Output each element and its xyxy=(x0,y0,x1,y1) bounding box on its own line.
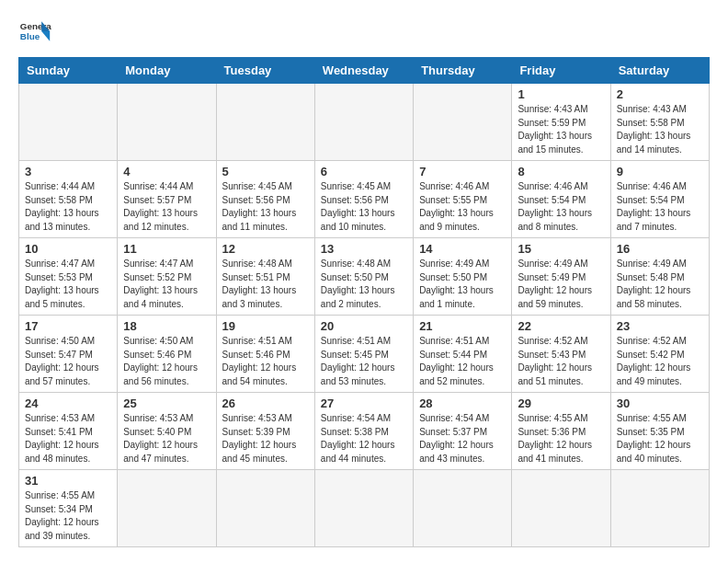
day-number: 30 xyxy=(617,396,703,410)
day-number: 5 xyxy=(222,165,309,178)
day-number: 7 xyxy=(419,165,506,178)
calendar-cell xyxy=(512,470,610,547)
calendar-cell xyxy=(216,84,314,161)
day-number: 18 xyxy=(123,319,210,333)
day-number: 22 xyxy=(518,319,604,333)
calendar-week-1: 3Sunrise: 4:44 AM Sunset: 5:58 PM Daylig… xyxy=(19,161,710,238)
svg-text:Blue: Blue xyxy=(20,31,40,41)
day-number: 11 xyxy=(123,242,210,256)
calendar-cell xyxy=(216,470,314,547)
day-number: 26 xyxy=(222,396,309,410)
day-number: 15 xyxy=(518,242,604,256)
day-number: 3 xyxy=(25,165,111,178)
day-number: 10 xyxy=(25,242,111,256)
day-number: 25 xyxy=(123,396,210,410)
day-number: 4 xyxy=(123,165,210,178)
calendar-cell: 23Sunrise: 4:52 AM Sunset: 5:42 PM Dayli… xyxy=(610,316,709,393)
day-number: 14 xyxy=(419,242,506,256)
day-number: 6 xyxy=(321,165,407,178)
calendar-cell xyxy=(610,470,709,547)
calendar-cell: 17Sunrise: 4:50 AM Sunset: 5:47 PM Dayli… xyxy=(19,316,118,393)
calendar-cell: 4Sunrise: 4:44 AM Sunset: 5:57 PM Daylig… xyxy=(118,161,216,238)
calendar-cell xyxy=(118,470,216,547)
day-number: 8 xyxy=(518,165,604,178)
day-info: Sunrise: 4:50 AM Sunset: 5:46 PM Dayligh… xyxy=(123,335,210,388)
calendar-cell: 8Sunrise: 4:46 AM Sunset: 5:54 PM Daylig… xyxy=(512,161,610,238)
weekday-header-monday: Monday xyxy=(118,58,216,84)
page: General Blue SundayMondayTuesdayWednesda… xyxy=(0,0,728,563)
weekday-header-sunday: Sunday xyxy=(19,58,118,84)
day-info: Sunrise: 4:55 AM Sunset: 5:34 PM Dayligh… xyxy=(25,489,111,543)
day-info: Sunrise: 4:51 AM Sunset: 5:46 PM Dayligh… xyxy=(222,335,309,388)
day-info: Sunrise: 4:45 AM Sunset: 5:56 PM Dayligh… xyxy=(321,180,407,234)
calendar-cell: 6Sunrise: 4:45 AM Sunset: 5:56 PM Daylig… xyxy=(314,161,413,238)
calendar-week-4: 24Sunrise: 4:53 AM Sunset: 5:41 PM Dayli… xyxy=(19,393,710,470)
day-info: Sunrise: 4:47 AM Sunset: 5:53 PM Dayligh… xyxy=(25,258,111,311)
calendar-cell: 29Sunrise: 4:55 AM Sunset: 5:36 PM Dayli… xyxy=(512,393,610,470)
calendar-week-0: 1Sunrise: 4:43 AM Sunset: 5:59 PM Daylig… xyxy=(19,84,710,161)
calendar-week-2: 10Sunrise: 4:47 AM Sunset: 5:53 PM Dayli… xyxy=(19,238,710,316)
day-number: 21 xyxy=(419,319,506,333)
day-number: 13 xyxy=(321,242,407,256)
logo-icon: General Blue xyxy=(18,15,51,48)
day-info: Sunrise: 4:49 AM Sunset: 5:50 PM Dayligh… xyxy=(419,258,506,311)
day-info: Sunrise: 4:53 AM Sunset: 5:41 PM Dayligh… xyxy=(25,412,111,465)
day-number: 19 xyxy=(222,319,309,333)
calendar-cell: 30Sunrise: 4:55 AM Sunset: 5:35 PM Dayli… xyxy=(610,393,709,470)
day-number: 24 xyxy=(25,396,111,410)
logo: General Blue xyxy=(18,15,51,48)
day-number: 20 xyxy=(321,319,407,333)
header: General Blue xyxy=(18,15,710,48)
calendar-cell: 1Sunrise: 4:43 AM Sunset: 5:59 PM Daylig… xyxy=(512,84,610,161)
day-info: Sunrise: 4:44 AM Sunset: 5:58 PM Dayligh… xyxy=(25,180,111,234)
calendar-cell xyxy=(19,84,118,161)
day-info: Sunrise: 4:54 AM Sunset: 5:38 PM Dayligh… xyxy=(321,412,407,465)
day-info: Sunrise: 4:46 AM Sunset: 5:55 PM Dayligh… xyxy=(419,180,506,234)
day-number: 12 xyxy=(222,242,309,256)
day-info: Sunrise: 4:55 AM Sunset: 5:36 PM Dayligh… xyxy=(518,412,604,465)
calendar-cell: 11Sunrise: 4:47 AM Sunset: 5:52 PM Dayli… xyxy=(118,238,216,316)
calendar-cell xyxy=(414,84,512,161)
calendar-cell: 3Sunrise: 4:44 AM Sunset: 5:58 PM Daylig… xyxy=(19,161,118,238)
calendar-table: SundayMondayTuesdayWednesdayThursdayFrid… xyxy=(18,57,710,547)
calendar-cell: 21Sunrise: 4:51 AM Sunset: 5:44 PM Dayli… xyxy=(414,316,512,393)
day-info: Sunrise: 4:45 AM Sunset: 5:56 PM Dayligh… xyxy=(222,180,309,234)
day-info: Sunrise: 4:43 AM Sunset: 5:59 PM Dayligh… xyxy=(518,103,604,156)
calendar-cell: 14Sunrise: 4:49 AM Sunset: 5:50 PM Dayli… xyxy=(414,238,512,316)
day-number: 1 xyxy=(518,87,604,101)
calendar-cell: 15Sunrise: 4:49 AM Sunset: 5:49 PM Dayli… xyxy=(512,238,610,316)
weekday-header-thursday: Thursday xyxy=(414,58,512,84)
day-info: Sunrise: 4:51 AM Sunset: 5:45 PM Dayligh… xyxy=(321,335,407,388)
calendar-week-3: 17Sunrise: 4:50 AM Sunset: 5:47 PM Dayli… xyxy=(19,316,710,393)
calendar-cell: 22Sunrise: 4:52 AM Sunset: 5:43 PM Dayli… xyxy=(512,316,610,393)
calendar-cell: 12Sunrise: 4:48 AM Sunset: 5:51 PM Dayli… xyxy=(216,238,314,316)
calendar-cell xyxy=(118,84,216,161)
calendar-cell: 13Sunrise: 4:48 AM Sunset: 5:50 PM Dayli… xyxy=(314,238,413,316)
calendar-cell: 31Sunrise: 4:55 AM Sunset: 5:34 PM Dayli… xyxy=(19,470,118,547)
day-info: Sunrise: 4:54 AM Sunset: 5:37 PM Dayligh… xyxy=(419,412,506,465)
calendar-cell: 18Sunrise: 4:50 AM Sunset: 5:46 PM Dayli… xyxy=(118,316,216,393)
day-number: 27 xyxy=(321,396,407,410)
day-number: 9 xyxy=(617,165,703,178)
calendar-cell: 7Sunrise: 4:46 AM Sunset: 5:55 PM Daylig… xyxy=(414,161,512,238)
day-info: Sunrise: 4:47 AM Sunset: 5:52 PM Dayligh… xyxy=(123,258,210,311)
calendar-cell: 24Sunrise: 4:53 AM Sunset: 5:41 PM Dayli… xyxy=(19,393,118,470)
day-info: Sunrise: 4:44 AM Sunset: 5:57 PM Dayligh… xyxy=(123,180,210,234)
weekday-header-tuesday: Tuesday xyxy=(216,58,314,84)
calendar-cell xyxy=(314,84,413,161)
day-info: Sunrise: 4:53 AM Sunset: 5:39 PM Dayligh… xyxy=(222,412,309,465)
day-info: Sunrise: 4:49 AM Sunset: 5:49 PM Dayligh… xyxy=(518,258,604,311)
calendar-cell: 19Sunrise: 4:51 AM Sunset: 5:46 PM Dayli… xyxy=(216,316,314,393)
calendar-cell: 5Sunrise: 4:45 AM Sunset: 5:56 PM Daylig… xyxy=(216,161,314,238)
day-info: Sunrise: 4:46 AM Sunset: 5:54 PM Dayligh… xyxy=(617,180,703,234)
day-number: 16 xyxy=(617,242,703,256)
day-info: Sunrise: 4:46 AM Sunset: 5:54 PM Dayligh… xyxy=(518,180,604,234)
day-info: Sunrise: 4:49 AM Sunset: 5:48 PM Dayligh… xyxy=(617,258,703,311)
weekday-header-row: SundayMondayTuesdayWednesdayThursdayFrid… xyxy=(19,58,710,84)
day-info: Sunrise: 4:55 AM Sunset: 5:35 PM Dayligh… xyxy=(617,412,703,465)
day-number: 31 xyxy=(25,474,111,488)
calendar-cell: 16Sunrise: 4:49 AM Sunset: 5:48 PM Dayli… xyxy=(610,238,709,316)
weekday-header-wednesday: Wednesday xyxy=(314,58,413,84)
weekday-header-friday: Friday xyxy=(512,58,610,84)
calendar-cell: 10Sunrise: 4:47 AM Sunset: 5:53 PM Dayli… xyxy=(19,238,118,316)
